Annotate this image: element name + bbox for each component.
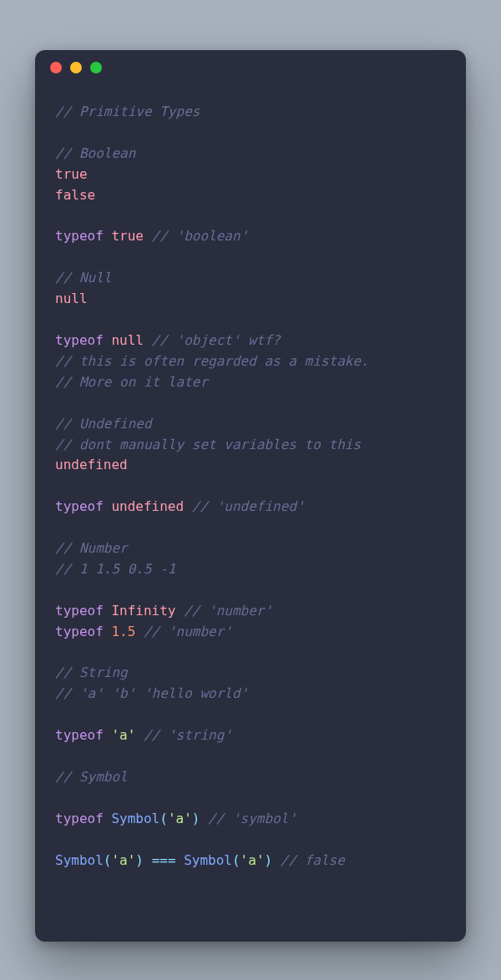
code-line: // Null bbox=[55, 268, 446, 289]
code-token-keyword: typeof bbox=[55, 603, 104, 619]
code-line: null bbox=[55, 289, 446, 310]
code-token-string: 'a' bbox=[111, 727, 135, 743]
code-line: // 1 1.5 0.5 -1 bbox=[55, 559, 446, 580]
code-token-const: null bbox=[111, 332, 144, 348]
code-token-keyword: typeof bbox=[55, 332, 104, 348]
code-token-comment: // false bbox=[281, 852, 345, 868]
code-token-comment: // Number bbox=[55, 540, 128, 556]
code-line bbox=[55, 206, 446, 227]
code-token-keyword: typeof bbox=[55, 624, 104, 639]
code-token-comment: // Null bbox=[55, 270, 111, 285]
code-token-comment: // 'number' bbox=[144, 624, 232, 639]
code-line bbox=[55, 476, 446, 497]
code-token-paren: ) bbox=[135, 852, 144, 868]
code-line bbox=[55, 746, 446, 767]
code-line bbox=[55, 705, 446, 725]
code-token-comment: // 'undefined' bbox=[192, 498, 305, 514]
code-token-default bbox=[184, 498, 192, 514]
code-token-default bbox=[272, 852, 281, 868]
code-token-comment: // 'symbol' bbox=[208, 811, 296, 826]
window-titlebar bbox=[35, 50, 466, 85]
code-token-default bbox=[135, 727, 144, 743]
code-token-default bbox=[176, 603, 185, 619]
code-token-keyword: typeof bbox=[55, 228, 104, 244]
code-line: typeof Infinity // 'number' bbox=[55, 601, 446, 622]
code-token-const: false bbox=[55, 187, 95, 203]
code-token-const: true bbox=[55, 166, 88, 182]
code-token-paren: ( bbox=[159, 811, 168, 826]
code-token-string: 'a' bbox=[240, 852, 265, 868]
code-token-default bbox=[104, 332, 112, 348]
code-line: undefined bbox=[55, 455, 446, 476]
code-line: // dont manually set variables to this bbox=[55, 435, 446, 456]
code-line: false bbox=[55, 185, 446, 206]
code-token-const: undefined bbox=[55, 457, 128, 472]
code-line bbox=[55, 393, 446, 414]
code-block: // Primitive Types // Booleantruefalse t… bbox=[35, 85, 466, 892]
code-line: typeof null // 'object' wtf? bbox=[55, 331, 446, 351]
code-token-default bbox=[135, 624, 144, 639]
code-token-const: undefined bbox=[111, 498, 184, 514]
code-token-paren: ) bbox=[265, 852, 273, 868]
code-token-func: Symbol bbox=[55, 852, 104, 868]
code-token-comment: // Primitive Types bbox=[55, 104, 200, 119]
code-line: // 'a' 'b' 'hello world' bbox=[55, 684, 446, 705]
code-token-comment: // 'string' bbox=[144, 727, 232, 743]
code-token-comment: // this is often regarded as a mistake. bbox=[55, 353, 369, 369]
code-token-default bbox=[200, 811, 208, 826]
code-token-comment: // Undefined bbox=[55, 416, 152, 432]
code-line bbox=[55, 643, 446, 664]
close-icon[interactable] bbox=[50, 62, 62, 73]
code-line: // Primitive Types bbox=[55, 102, 446, 123]
code-token-default bbox=[104, 498, 112, 514]
code-token-func: Symbol bbox=[184, 852, 232, 868]
code-token-string: 'a' bbox=[111, 852, 135, 868]
code-token-comment: // Boolean bbox=[55, 145, 135, 161]
code-token-comment: // 'a' 'b' 'hello world' bbox=[55, 685, 248, 701]
code-line bbox=[55, 788, 446, 809]
code-token-paren: ( bbox=[104, 852, 112, 868]
code-line: // String bbox=[55, 663, 446, 684]
code-token-default bbox=[176, 852, 185, 868]
code-line: // this is often regarded as a mistake. bbox=[55, 351, 446, 372]
code-token-default bbox=[104, 228, 112, 244]
code-window: // Primitive Types // Booleantruefalse t… bbox=[35, 50, 466, 942]
code-token-comment: // 'number' bbox=[184, 603, 272, 619]
code-line: true bbox=[55, 164, 446, 185]
code-line bbox=[55, 123, 446, 144]
code-line bbox=[55, 310, 446, 331]
code-token-default bbox=[104, 603, 112, 619]
code-token-default bbox=[144, 852, 152, 868]
code-token-comment: // 'boolean' bbox=[152, 228, 249, 244]
code-line bbox=[55, 830, 446, 851]
code-token-func: Symbol bbox=[111, 811, 159, 826]
minimize-icon[interactable] bbox=[70, 62, 82, 73]
code-token-comment: // Symbol bbox=[55, 769, 128, 785]
code-token-comment: // String bbox=[55, 664, 128, 680]
code-token-default bbox=[144, 228, 152, 244]
code-token-const: null bbox=[55, 290, 88, 306]
code-token-comment: // More on it later bbox=[55, 374, 208, 390]
code-line: // Number bbox=[55, 538, 446, 559]
code-line bbox=[55, 518, 446, 538]
code-line: // Symbol bbox=[55, 767, 446, 788]
code-token-keyword: typeof bbox=[55, 727, 104, 743]
code-token-const: true bbox=[111, 228, 144, 244]
code-token-number: 1.5 bbox=[111, 624, 135, 639]
code-line: // Undefined bbox=[55, 414, 446, 435]
zoom-icon[interactable] bbox=[90, 62, 102, 73]
code-line bbox=[55, 247, 446, 268]
code-line: typeof undefined // 'undefined' bbox=[55, 497, 446, 518]
code-token-comment: // 'object' wtf? bbox=[152, 332, 281, 348]
code-line: // More on it later bbox=[55, 372, 446, 393]
code-token-default bbox=[104, 727, 112, 743]
code-token-paren: ) bbox=[192, 811, 200, 826]
code-token-comment: // dont manually set variables to this bbox=[55, 437, 361, 452]
code-line: Symbol('a') === Symbol('a') // false bbox=[55, 851, 446, 871]
code-token-string: 'a' bbox=[168, 811, 192, 826]
code-token-keyword: typeof bbox=[55, 811, 104, 826]
code-line: typeof true // 'boolean' bbox=[55, 226, 446, 247]
code-token-const: Infinity bbox=[111, 603, 175, 619]
code-token-comment: // 1 1.5 0.5 -1 bbox=[55, 561, 176, 577]
code-line: typeof Symbol('a') // 'symbol' bbox=[55, 809, 446, 830]
